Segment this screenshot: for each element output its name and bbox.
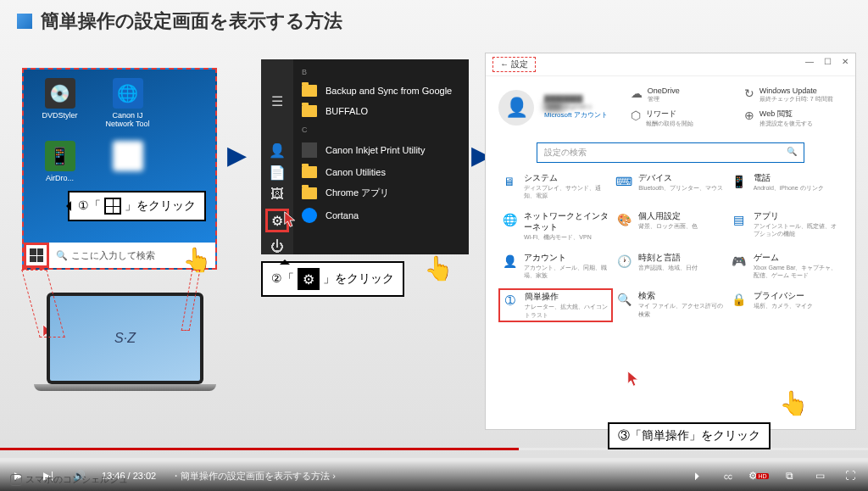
category-icon: 🕐 (615, 253, 632, 270)
folder-icon (302, 187, 317, 199)
category-icon: 🔍 (615, 291, 632, 308)
hand-icon: 👆 (424, 254, 453, 282)
callout-step3: ③「簡単操作」をクリック (608, 422, 771, 449)
settings-search[interactable]: 設定の検索🔍 (537, 142, 804, 163)
category-icon: 🌐 (501, 211, 518, 228)
app-item[interactable]: Canon Utilities (293, 162, 469, 182)
settings-category[interactable]: 🌐ネットワークとインターネットWi-Fi、機内モード、VPN (501, 211, 610, 241)
hand-icon: 👆 (779, 389, 809, 417)
category-icon: 👤 (501, 253, 518, 270)
settings-category[interactable]: 🔍検索マイ ファイル、アクセス許可の検索 (615, 291, 725, 319)
account-name: ████████ (544, 95, 608, 103)
desktop-icon[interactable]: 💿DVDStyler (32, 78, 87, 128)
miniplayer-button[interactable]: ⧉ (782, 468, 797, 483)
settings-category[interactable]: 🖥システムディスプレイ、サウンド、通知、電源 (501, 173, 610, 199)
hero-item[interactable]: ↻Windows Update最終チェック日時: 7 時間前 (744, 86, 843, 103)
app-item[interactable]: Cortana (293, 204, 469, 227)
category-icon: 🔒 (731, 291, 748, 308)
start-menu-panel: ☰ 👤 📄 🖼 ⚙ ⏻ B Backup and Sync from Googl… (261, 59, 469, 254)
folder-icon (302, 166, 317, 178)
video-chapter[interactable]: ・簡単操作の設定画面を表示する方法 › (171, 470, 336, 483)
desktop-icon[interactable]: ? (100, 141, 155, 182)
menu-icon[interactable]: ☰ (270, 93, 285, 109)
settings-category[interactable]: 📱電話Android、iPhone のリンク (731, 173, 840, 199)
app-item[interactable]: Chrome アプリ (293, 182, 469, 204)
theater-button[interactable]: ▭ (812, 468, 827, 483)
app-item[interactable]: Canon Inkjet Print Utility (293, 138, 469, 162)
minimize-button[interactable]: — (805, 57, 814, 72)
settings-category[interactable]: ▤アプリアンインストール、既定値、オプションの機能 (731, 211, 840, 241)
callout-step2: ②「 ⚙ 」をクリック (261, 261, 404, 297)
picture-icon[interactable]: 🖼 (270, 187, 285, 202)
settings-category[interactable]: 👤アカウントアカウント、メール、同期、職場、家族 (501, 253, 610, 279)
settings-category[interactable]: 🕐時刻と言語音声認識、地域、日付 (615, 253, 725, 279)
search-icon: 🔍 (787, 147, 797, 159)
category-icon: 🎮 (731, 253, 748, 270)
category-icon: 🖥 (501, 173, 518, 190)
desktop-icon[interactable]: 🌐Canon IJ Network Tool (100, 78, 155, 128)
ms-account-link[interactable]: Microsoft アカウント (544, 110, 608, 120)
settings-category[interactable]: 🎨個人用設定背景、ロック画面、色 (615, 211, 725, 241)
power-icon[interactable]: ⏻ (270, 239, 285, 254)
settings-category[interactable]: ⌨デバイスBluetooth、プリンター、マウス (615, 173, 725, 199)
window-title: ← 設定 (492, 57, 536, 72)
settings-category[interactable]: 🔒プライバシー場所、カメラ、マイク (731, 291, 840, 319)
title-square-icon (17, 14, 32, 29)
category-icon: 📱 (731, 173, 748, 190)
laptop-illustration: S·Z (47, 293, 203, 391)
user-icon[interactable]: 👤 (270, 142, 285, 158)
desktop-panel: 💿DVDStyler 🌐Canon IJ Network Tool 📱AirDr… (22, 68, 217, 270)
cursor-icon (282, 208, 301, 232)
settings-category[interactable]: ➀簡単操作ナレーター、拡大鏡、ハイコントラスト (498, 288, 613, 321)
document-icon[interactable]: 📄 (270, 165, 285, 180)
callout-step1: ①「 」をクリック (68, 191, 206, 221)
section-header: C (293, 121, 469, 138)
hero-item[interactable]: ⊕Web 閲覧推奨設定を復元する (744, 109, 843, 128)
category-icon: ▤ (731, 211, 748, 228)
video-controls: ▶ ▶| 🔊 13:46 / 23:02 ・簡単操作の設定画面を表示する方法 ›… (0, 460, 868, 491)
settings-button[interactable]: ⚙HD (751, 468, 766, 483)
section-header: B (293, 64, 469, 81)
hero-item[interactable]: ⬡リワード報酬の取得を開始 (631, 109, 729, 128)
app-item[interactable]: Backup and Sync from Google (293, 81, 469, 101)
category-icon: ➀ (502, 292, 519, 309)
folder-icon (302, 85, 317, 97)
arrow-icon: ▶ (227, 140, 247, 170)
account-email: ████@gmail.c (544, 103, 608, 110)
captions-button[interactable]: ㏄ (721, 468, 736, 483)
close-button[interactable]: ✕ (842, 57, 849, 72)
hero-item[interactable]: ☁OneDrive管理 (631, 86, 729, 103)
settings-window: ← 設定 — ☐ ✕ 👤 ████████ ████@gmail.c Micro… (485, 53, 856, 430)
cursor-icon (626, 367, 644, 391)
app-item[interactable]: BUFFALO (293, 101, 469, 121)
folder-icon (302, 105, 317, 117)
autoplay-toggle[interactable]: ⏵ (690, 468, 705, 483)
category-icon: 🎨 (615, 211, 632, 228)
fullscreen-button[interactable]: ⛶ (843, 468, 858, 483)
maximize-button[interactable]: ☐ (824, 57, 832, 72)
cortana-icon (302, 208, 317, 223)
desktop-icon[interactable]: 📱AirDro... (32, 141, 87, 182)
settings-category[interactable]: 🎮ゲームXbox Game Bar、キャプチャ、配信、ゲーム モード (731, 253, 840, 279)
avatar[interactable]: 👤 (498, 90, 534, 126)
slide-title: 簡単操作の設定画面を表示する方法 (41, 8, 342, 34)
channel-name[interactable]: ✓ スマホのコンシェルジュ (10, 473, 128, 486)
app-icon (302, 142, 317, 158)
category-icon: ⌨ (615, 173, 632, 190)
start-button[interactable] (24, 243, 49, 268)
